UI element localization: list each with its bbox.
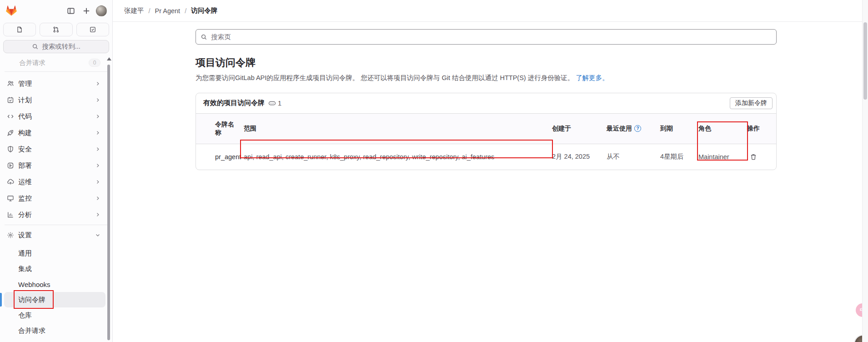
- search-icon: [32, 43, 39, 50]
- gitlab-logo-icon[interactable]: [5, 5, 17, 17]
- merge-requests-shortcut-button[interactable]: [40, 23, 72, 36]
- sidebar-subitem-general[interactable]: 通用: [4, 246, 105, 261]
- col-header-token-name: 令牌名称: [196, 114, 239, 144]
- sidebar-subitem-access-tokens[interactable]: 访问令牌: [4, 292, 105, 307]
- sidebar-collapse-button[interactable]: [65, 5, 77, 17]
- sidebar-subitem-merge-requests[interactable]: 合并请求: [4, 323, 105, 338]
- sidebar-scrollbar-thumb[interactable]: [107, 65, 110, 340]
- sidebar-item-settings[interactable]: 设置: [0, 227, 112, 243]
- page-description: 为您需要访问GitLab API的应用程序生成项目访问令牌。 您还可以将项目访问…: [196, 74, 777, 83]
- sidebar-shortcuts: [3, 23, 109, 36]
- delete-token-button[interactable]: [747, 151, 760, 163]
- sidebar-subitem-repository[interactable]: 仓库: [4, 307, 105, 323]
- token-actions-cell: [743, 144, 776, 170]
- manage-icon: [7, 80, 14, 87]
- page-scrollbar[interactable]: [862, 0, 868, 342]
- sidebar-item-secure[interactable]: 安全: [0, 141, 112, 157]
- chevron-right-icon: [95, 179, 100, 185]
- col-header-role: 角色: [694, 114, 743, 144]
- merge-request-icon: [52, 26, 60, 33]
- chevron-right-icon: [95, 81, 100, 86]
- sidebar-search-placeholder: 搜索或转到...: [42, 42, 80, 51]
- chevron-right-icon: [95, 146, 100, 152]
- main-area: 张建平 / Pr Agent / 访问令牌 项目访问令牌 为您需要访问GitLa…: [113, 0, 868, 342]
- breadcrumb-separator: /: [185, 7, 186, 15]
- token-role-cell: Maintainer: [694, 144, 743, 170]
- create-new-button[interactable]: [80, 5, 92, 17]
- shield-icon: [7, 146, 14, 153]
- sidebar-item-manage[interactable]: 管理: [0, 75, 112, 92]
- learn-more-link[interactable]: 了解更多。: [576, 74, 609, 81]
- monitor-icon: [7, 195, 14, 202]
- cloud-gear-icon: [7, 178, 14, 186]
- gear-icon: [7, 231, 14, 239]
- sidebar: 搜索或转到... 合并请求 0 管理 计划 代码: [0, 0, 113, 342]
- build-rocket-icon: [7, 129, 14, 136]
- sidebar-item-operate[interactable]: 运维: [0, 174, 112, 190]
- page-content: 项目访问令牌 为您需要访问GitLab API的应用程序生成项目访问令牌。 您还…: [113, 22, 868, 170]
- sidebar-scrollbar[interactable]: [106, 55, 112, 342]
- chevron-right-icon: [95, 163, 100, 168]
- sidebar-item-plan[interactable]: 计划: [0, 92, 112, 108]
- chevron-right-icon: [95, 196, 100, 201]
- app-window: 搜索或转到... 合并请求 0 管理 计划 代码: [0, 0, 868, 342]
- chevron-right-icon: [95, 212, 100, 217]
- sidebar-divider: [5, 225, 108, 225]
- sidebar-item-merge-requests-scrolled[interactable]: 合并请求 0: [0, 57, 112, 68]
- sidebar-item-code[interactable]: 代码: [0, 108, 112, 125]
- search-icon: [201, 34, 207, 40]
- scroll-up-arrow-icon[interactable]: [107, 57, 111, 60]
- token-created-cell: 2月 24, 2025: [547, 144, 602, 170]
- deploy-icon: [7, 162, 14, 169]
- panel-title: 有效的项目访问令牌: [203, 99, 265, 107]
- sidebar-search[interactable]: 搜索或转到...: [3, 40, 109, 53]
- page-search-box: [196, 29, 777, 45]
- chevron-right-icon: [95, 97, 100, 103]
- token-scopes-cell: api, read_api, create_runner, k8s_proxy,…: [239, 144, 547, 170]
- sidebar-item-build[interactable]: 构建: [0, 125, 112, 141]
- token-pill-icon: [268, 100, 276, 107]
- table-row: pr_agent api, read_api, create_runner, k…: [196, 144, 776, 170]
- merge-requests-count-badge: 0: [89, 59, 100, 67]
- page-scrollbar-thumb[interactable]: [863, 22, 867, 100]
- sidebar-divider: [5, 71, 108, 72]
- token-last-used-cell: 从不: [602, 144, 656, 170]
- panel-header: 有效的项目访问令牌 1 添加新令牌: [196, 93, 776, 114]
- sidebar-subitem-integrations[interactable]: 集成: [4, 261, 105, 277]
- page-search-input[interactable]: [211, 33, 772, 40]
- trash-icon: [750, 153, 757, 161]
- todo-check-icon: [89, 26, 96, 33]
- col-header-scopes: 范围: [239, 114, 547, 144]
- help-icon[interactable]: ?: [634, 125, 641, 132]
- breadcrumb-user[interactable]: 张建平: [124, 6, 144, 15]
- add-new-token-button[interactable]: 添加新令牌: [730, 97, 773, 109]
- chevron-right-icon: [95, 114, 100, 119]
- page-title: 项目访问令牌: [196, 56, 777, 70]
- tokens-table: 令牌名称 范围 创建于 最近使用 ? 到期 角色: [196, 114, 776, 170]
- breadcrumb-separator: /: [149, 7, 151, 15]
- table-header-row: 令牌名称 范围 创建于 最近使用 ? 到期 角色: [196, 114, 776, 144]
- chevron-right-icon: [95, 130, 100, 136]
- code-icon: [7, 113, 14, 120]
- issues-shortcut-button[interactable]: [3, 23, 36, 36]
- col-header-last-used: 最近使用 ?: [602, 114, 656, 144]
- issues-icon: [16, 26, 23, 33]
- sidebar-subitem-webhooks[interactable]: Webhooks: [4, 277, 105, 292]
- col-header-created: 创建于: [547, 114, 602, 144]
- sidebar-nav: 管理 计划 代码 构建 安全: [0, 75, 112, 342]
- user-avatar[interactable]: [96, 5, 107, 16]
- sidebar-subitem-cicd[interactable]: CI/CD: [4, 338, 105, 342]
- breadcrumb-current: 访问令牌: [191, 6, 217, 15]
- sidebar-header: [0, 0, 112, 22]
- sidebar-item-monitor[interactable]: 监控: [0, 190, 112, 206]
- col-header-expires: 到期: [656, 114, 694, 144]
- settings-sub-list: 通用 集成 Webhooks 访问令牌 仓库 合并请求 CI/CD: [0, 246, 112, 342]
- topbar: 张建平 / Pr Agent / 访问令牌: [113, 0, 868, 22]
- todo-shortcut-button[interactable]: [76, 23, 109, 36]
- sidebar-item-deploy[interactable]: 部署: [0, 157, 112, 174]
- chart-icon: [7, 211, 14, 218]
- sidebar-item-analyze[interactable]: 分析: [0, 206, 112, 223]
- token-name-cell: pr_agent: [196, 144, 239, 170]
- breadcrumb-project[interactable]: Pr Agent: [155, 7, 181, 15]
- plan-icon: [7, 96, 14, 104]
